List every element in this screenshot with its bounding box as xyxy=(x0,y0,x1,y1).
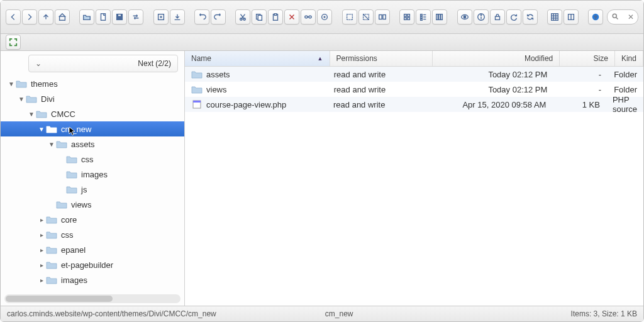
tree-item-et-pagebuilder[interactable]: ▸et-pagebuilder xyxy=(1,257,184,272)
tree-item-label: css xyxy=(61,230,74,240)
forward-icon[interactable] xyxy=(22,9,37,25)
file-name: assets xyxy=(206,70,230,79)
transfer-icon[interactable] xyxy=(128,9,143,25)
tree-item-core[interactable]: ▸core xyxy=(1,212,184,227)
tree-item-views[interactable]: views xyxy=(1,197,184,212)
svg-rect-3 xyxy=(118,14,121,17)
svg-point-36 xyxy=(480,14,481,15)
file-row[interactable]: viewsread and writeToday 02:12 PM-Folder xyxy=(185,82,643,97)
open-icon[interactable] xyxy=(153,9,169,25)
disclosure-icon[interactable]: ▼ xyxy=(8,80,14,87)
view-icons-icon[interactable] xyxy=(399,9,414,25)
disclosure-icon[interactable]: ▸ xyxy=(38,231,45,238)
tree-item-cmcc[interactable]: ▼CMCC xyxy=(1,106,184,121)
preview-icon[interactable] xyxy=(457,9,472,25)
file-row[interactable]: assetsread and writeToday 02:12 PM-Folde… xyxy=(185,67,643,82)
disclosure-icon[interactable]: ▸ xyxy=(38,277,45,284)
svg-rect-20 xyxy=(408,14,410,17)
find-next-bar[interactable]: ⌄ Next (2/2) xyxy=(28,55,178,72)
status-current: cm_new xyxy=(325,309,353,318)
new-file-icon[interactable] xyxy=(96,9,111,25)
view-list-icon[interactable] xyxy=(416,9,431,25)
tree-item-label: CMCC xyxy=(51,109,75,119)
paste-icon[interactable] xyxy=(268,9,283,25)
column-header-modified[interactable]: Modified xyxy=(433,51,560,66)
svg-point-33 xyxy=(464,16,466,18)
search-field[interactable]: ✕ xyxy=(607,9,638,25)
svg-rect-0 xyxy=(60,16,65,20)
tree-item-label: core xyxy=(61,215,77,225)
sync-icon[interactable] xyxy=(523,9,538,25)
disclosure-icon[interactable]: ▸ xyxy=(38,216,45,223)
book-icon[interactable] xyxy=(564,9,579,25)
grid-icon[interactable] xyxy=(547,9,562,25)
svg-point-45 xyxy=(613,14,616,18)
column-header-size[interactable]: Size xyxy=(560,51,615,66)
svg-rect-38 xyxy=(552,14,558,21)
disclosure-icon[interactable]: ▼ xyxy=(28,111,35,118)
column-header-permissions[interactable]: Permissions xyxy=(330,51,433,66)
help-icon[interactable]: ? xyxy=(588,9,603,25)
tree-item-js[interactable]: js xyxy=(1,182,184,197)
folder-icon xyxy=(191,70,203,79)
disclosure-icon[interactable]: ▼ xyxy=(18,96,25,103)
tree-item-label: Divi xyxy=(41,94,55,104)
info-icon[interactable] xyxy=(474,9,489,25)
save-icon[interactable] xyxy=(112,9,127,25)
new-folder-icon[interactable] xyxy=(79,9,94,25)
tree-item-css[interactable]: css xyxy=(1,152,184,167)
refresh-icon[interactable] xyxy=(506,9,521,25)
svg-rect-18 xyxy=(383,15,386,19)
undo-icon[interactable] xyxy=(194,9,209,25)
svg-rect-10 xyxy=(275,14,277,16)
folder-icon xyxy=(46,260,57,269)
file-row[interactable]: course-page-view.phpread and writeApr 15… xyxy=(185,97,643,112)
column-header-name[interactable]: Name ▲ xyxy=(185,51,330,66)
cut-icon[interactable] xyxy=(235,9,250,25)
tree-item-assets[interactable]: ▼assets xyxy=(1,136,184,152)
up-icon[interactable] xyxy=(38,9,53,25)
sidebar-horizontal-scrollbar[interactable] xyxy=(4,294,180,303)
tree-item-themes[interactable]: ▼themes xyxy=(1,76,184,91)
tree-item-cm-new[interactable]: ▼cm_new xyxy=(1,121,184,136)
folder-icon xyxy=(66,170,77,179)
delete-icon[interactable] xyxy=(284,9,299,25)
expand-icon[interactable] xyxy=(6,35,21,50)
link-icon[interactable] xyxy=(301,9,316,25)
target-icon[interactable] xyxy=(317,9,332,25)
view-columns-icon[interactable] xyxy=(432,9,447,25)
tree-item-divi[interactable]: ▼Divi xyxy=(1,91,184,106)
tree-item-label: themes xyxy=(31,79,58,89)
tree-item-css[interactable]: ▸css xyxy=(1,227,184,242)
scrollbar-thumb[interactable] xyxy=(6,296,113,302)
file-kind: PHP source xyxy=(606,95,643,114)
copy-icon[interactable] xyxy=(252,9,267,25)
tree-item-epanel[interactable]: ▸epanel xyxy=(1,242,184,257)
home-icon[interactable] xyxy=(55,9,70,25)
disclosure-icon[interactable]: ▼ xyxy=(48,141,55,148)
redo-icon[interactable] xyxy=(211,9,226,25)
tree-item-images[interactable]: ▸images xyxy=(1,272,184,287)
tree-item-images[interactable]: images xyxy=(1,167,184,182)
find-next-label: Next (2/2) xyxy=(138,59,171,68)
column-header-kind[interactable]: Kind xyxy=(615,51,643,66)
disclosure-icon[interactable]: ▸ xyxy=(38,262,45,269)
tree-item-label: et-pagebuilder xyxy=(61,260,113,270)
folder-tree[interactable]: ▼themes▼Divi▼CMCC▼cm_new▼assetscssimages… xyxy=(1,74,184,294)
clear-search-icon[interactable]: ✕ xyxy=(628,13,634,21)
disclosure-icon[interactable]: ▸ xyxy=(38,247,45,253)
file-kind: Folder xyxy=(608,70,643,79)
compare-icon[interactable] xyxy=(375,9,390,25)
back-icon[interactable] xyxy=(6,9,21,25)
download-icon[interactable] xyxy=(170,9,185,25)
select-all-icon[interactable] xyxy=(342,9,357,25)
second-toolbar xyxy=(1,34,643,51)
select-none-icon[interactable] xyxy=(358,9,374,25)
folder-icon xyxy=(191,85,203,94)
folder-icon xyxy=(46,125,57,133)
permissions-icon[interactable] xyxy=(490,9,505,25)
tree-item-label: assets xyxy=(71,140,95,149)
search-input[interactable] xyxy=(619,12,628,22)
file-manager-window: ? ✕ ⌄ Next (2/2) ▼themes xyxy=(0,0,644,322)
disclosure-icon[interactable]: ▼ xyxy=(38,126,45,133)
